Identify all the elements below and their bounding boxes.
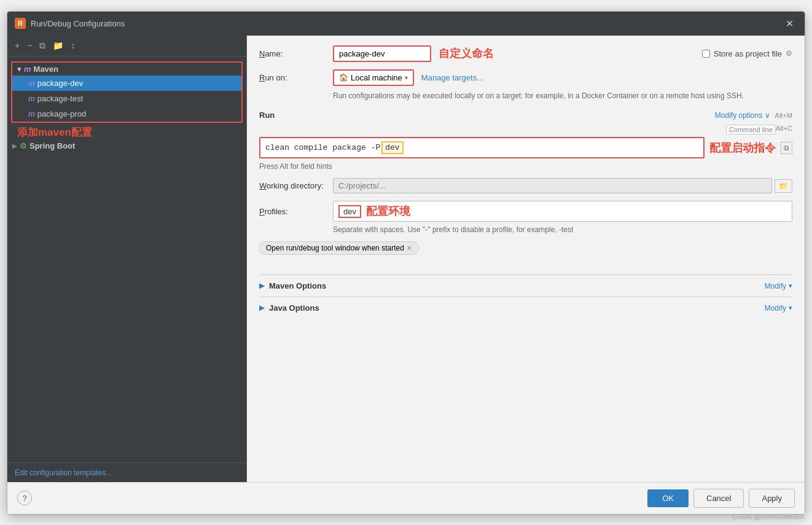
maven-item-package-test[interactable]: m package-test xyxy=(12,91,241,106)
store-as-project-checkbox[interactable] xyxy=(702,50,710,58)
maven-group-label: Maven xyxy=(34,64,58,74)
run-on-label: Run on: xyxy=(259,73,333,82)
dialog-body: + − ⧉ 📁 ↕ ▾ m Maven m package-dev xyxy=(7,36,805,482)
dialog-title: Run/Debug Configurations xyxy=(31,19,125,28)
alt-m-hint: Alt+M xyxy=(775,112,792,119)
left-panel-footer: Edit configuration templates... xyxy=(7,462,246,482)
manage-targets-link[interactable]: Manage targets... xyxy=(421,73,483,82)
copy-command-button[interactable]: ⧉ xyxy=(781,142,792,154)
java-options-header[interactable]: ▶ Java Options Modify ▾ xyxy=(259,297,792,319)
maven-options-title-wrapper: ▶ Maven Options xyxy=(259,281,326,290)
description-text: Run configurations may be executed local… xyxy=(333,91,792,101)
folder-config-button[interactable]: 📁 xyxy=(50,39,66,52)
java-options-modify-link[interactable]: Modify xyxy=(765,304,786,313)
java-options-title-wrapper: ▶ Java Options xyxy=(259,303,319,313)
bottom-bar: ? OK Cancel Apply xyxy=(7,482,805,514)
java-options-title: Java Options xyxy=(269,303,319,313)
maven-options-section: ▶ Maven Options Modify ▾ xyxy=(259,274,792,297)
maven-group-box: ▾ m Maven m package-dev m package-test m xyxy=(11,61,243,123)
right-panel: Name: 自定义命名 Store as project file ⚙ Run … xyxy=(247,36,805,482)
modify-options-link[interactable]: Modify options ∨ xyxy=(715,111,770,120)
profiles-hint: Separate with spaces. Use "-" prefix to … xyxy=(333,225,792,234)
maven-icon: m xyxy=(24,64,31,74)
alt-c-hint: Alt+C xyxy=(776,125,792,134)
java-options-modify-wrapper: Modify ▾ xyxy=(765,304,792,313)
dialog-icon: R xyxy=(15,18,26,29)
open-debug-chip-label: Open run/debug tool window when started xyxy=(266,244,404,252)
open-debug-chip: Open run/debug tool window when started … xyxy=(259,241,419,255)
name-row: Name: 自定义命名 Store as project file ⚙ xyxy=(259,45,792,62)
run-section-title: Run xyxy=(259,111,275,120)
maven-arrow-icon: ▾ xyxy=(17,64,21,74)
spring-boot-label: Spring Boot xyxy=(29,141,75,150)
toolbar: + − ⧉ 📁 ↕ xyxy=(7,36,246,56)
local-machine-icon: 🏠 xyxy=(339,73,348,82)
working-directory-label: Working directory: xyxy=(259,181,333,190)
profiles-input-wrapper: dev 配置环境 xyxy=(333,201,792,222)
maven-item-icon-1: m xyxy=(28,94,35,103)
edit-templates-link[interactable]: Edit configuration templates... xyxy=(15,469,112,477)
maven-options-arrow-icon: ▶ xyxy=(259,282,264,290)
title-bar: R Run/Debug Configurations ✕ xyxy=(7,12,805,36)
run-command-wrapper: clean compile package -P dev 配置启动指令 ⧉ xyxy=(259,137,792,158)
cancel-button[interactable]: Cancel xyxy=(693,489,744,508)
sort-config-button[interactable]: ↕ xyxy=(68,39,77,52)
annotation-env: 配置环境 xyxy=(366,204,410,219)
open-debug-chip-wrapper: Open run/debug tool window when started … xyxy=(259,241,792,265)
copy-config-button[interactable]: ⧉ xyxy=(37,39,48,52)
profiles-label: Profiles: xyxy=(259,207,333,216)
spring-boot-arrow-icon: ▶ xyxy=(12,142,17,149)
remove-config-button[interactable]: − xyxy=(25,39,34,52)
bottom-right: OK Cancel Apply xyxy=(647,489,795,508)
working-directory-input[interactable] xyxy=(333,178,772,193)
annotation-command: 配置启动指令 xyxy=(709,141,776,155)
maven-group-header[interactable]: ▾ m Maven xyxy=(12,63,241,76)
java-options-section: ▶ Java Options Modify ▾ xyxy=(259,297,792,319)
name-label: Name: xyxy=(259,49,333,58)
gear-icon[interactable]: ⚙ xyxy=(786,49,792,58)
maven-options-modify-link[interactable]: Modify xyxy=(765,282,786,290)
maven-item-package-dev[interactable]: m package-dev xyxy=(12,76,241,91)
store-as-project-row: Store as project file ⚙ xyxy=(702,49,792,58)
working-directory-row: Working directory: 📁 xyxy=(259,178,792,193)
profiles-dev-tag: dev xyxy=(338,205,361,218)
command-line-label: Command line xyxy=(726,125,776,134)
run-command-prefix: clean compile package -P xyxy=(265,143,380,152)
maven-item-package-prod[interactable]: m package-prod xyxy=(12,106,241,122)
name-input[interactable] xyxy=(333,45,431,62)
java-options-modify-arrow-icon: ▾ xyxy=(789,304,792,312)
tree-area: ▾ m Maven m package-dev m package-test m xyxy=(7,56,246,462)
maven-item-icon-2: m xyxy=(28,109,35,119)
profiles-row: Profiles: dev 配置环境 xyxy=(259,201,792,222)
title-bar-left: R Run/Debug Configurations xyxy=(15,18,125,29)
maven-options-title: Maven Options xyxy=(269,281,326,290)
field-hint: Press Alt for field hints xyxy=(259,162,792,171)
run-on-row: Run on: 🏠 Local machine ▾ Manage targets… xyxy=(259,69,792,86)
left-panel: + − ⧉ 📁 ↕ ▾ m Maven m package-dev xyxy=(7,36,247,482)
add-config-button[interactable]: + xyxy=(12,39,22,52)
spring-boot-icon: ⚙ xyxy=(20,141,27,150)
java-options-arrow-icon: ▶ xyxy=(259,304,264,312)
run-section-header: Run Modify options ∨ Alt+M xyxy=(259,111,792,120)
run-on-select[interactable]: 🏠 Local machine ▾ xyxy=(333,69,414,86)
help-button[interactable]: ? xyxy=(17,491,32,505)
run-command-box[interactable]: clean compile package -P dev xyxy=(259,137,705,158)
store-as-project-label: Store as project file xyxy=(714,49,782,58)
ok-button[interactable]: OK xyxy=(647,489,689,507)
maven-item-label-2: package-prod xyxy=(37,109,87,119)
dropdown-arrow-icon: ▾ xyxy=(405,74,408,81)
browse-folder-button[interactable]: 📁 xyxy=(775,179,792,193)
maven-item-label-0: package-dev xyxy=(37,79,83,88)
maven-item-icon-0: m xyxy=(28,79,35,88)
apply-button[interactable]: Apply xyxy=(749,489,795,508)
spring-boot-group[interactable]: ▶ ⚙ Spring Boot xyxy=(7,139,246,152)
remove-chip-button[interactable]: ✕ xyxy=(407,244,412,252)
close-button[interactable]: ✕ xyxy=(782,17,797,31)
maven-options-modify-wrapper: Modify ▾ xyxy=(765,282,792,290)
local-machine-label: Local machine xyxy=(351,73,402,82)
maven-options-header[interactable]: ▶ Maven Options Modify ▾ xyxy=(259,275,792,297)
run-debug-configurations-dialog: R Run/Debug Configurations ✕ + − ⧉ 📁 ↕ ▾… xyxy=(7,11,805,515)
maven-options-modify-arrow-icon: ▾ xyxy=(789,282,792,290)
annotation-add-maven: 添加maven配置 xyxy=(17,125,246,139)
name-input-wrapper: 自定义命名 xyxy=(333,45,702,62)
